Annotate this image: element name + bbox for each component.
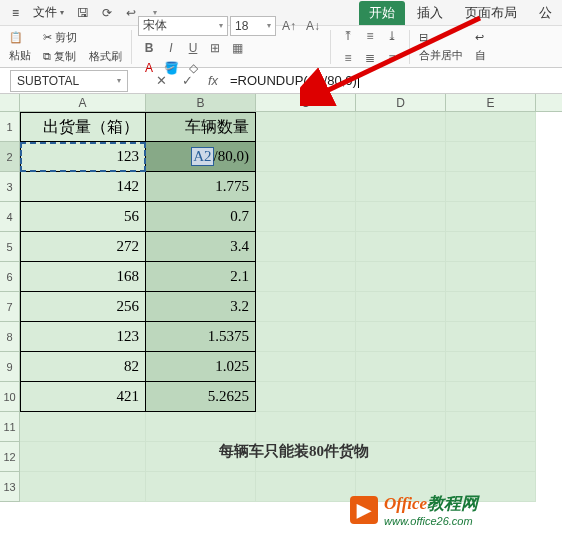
row-header[interactable]: 7 <box>0 292 20 322</box>
row-header[interactable]: 5 <box>0 232 20 262</box>
fx-icon[interactable]: fx <box>200 73 226 88</box>
cell[interactable]: 123 <box>20 322 146 352</box>
paste-button[interactable]: 📋 <box>6 30 34 45</box>
editing-cell[interactable]: A2/80,0) <box>146 142 256 172</box>
font-name-select[interactable]: 宋体▾ <box>138 16 228 36</box>
align-left-icon[interactable]: ≡ <box>337 48 359 68</box>
refresh-icon[interactable]: ⟳ <box>96 2 118 24</box>
font-size-select[interactable]: 18▾ <box>230 16 276 36</box>
bold-button[interactable]: B <box>138 38 160 58</box>
wrap-label: 自 <box>472 47 489 64</box>
row-header[interactable]: 4 <box>0 202 20 232</box>
cell-style-button[interactable]: ▦ <box>226 38 248 58</box>
formula-input[interactable]: =ROUNDUP(A2/80,0) <box>226 71 562 90</box>
col-header-B[interactable]: B <box>146 94 256 111</box>
cell[interactable]: 1.5375 <box>146 322 256 352</box>
cell[interactable] <box>356 112 446 142</box>
cut-button[interactable]: ✂ 剪切 <box>40 29 80 46</box>
row-header[interactable]: 2 <box>0 142 20 172</box>
name-box[interactable]: SUBTOTAL▾ <box>10 70 128 92</box>
align-right-icon[interactable]: ≡ <box>381 48 403 68</box>
cancel-formula-icon[interactable]: ✕ <box>148 73 174 88</box>
row-header[interactable]: 10 <box>0 382 20 412</box>
row-header[interactable]: 8 <box>0 322 20 352</box>
cell[interactable]: 272 <box>20 232 146 262</box>
tab-start[interactable]: 开始 <box>359 1 405 25</box>
decrease-font-icon[interactable]: A↓ <box>302 16 324 36</box>
cell[interactable]: 82 <box>20 352 146 382</box>
cell-A2[interactable]: 123 <box>20 142 146 172</box>
wrap-button[interactable]: ↩ <box>472 30 489 45</box>
formula-bar: SUBTOTAL▾ ✕ ✓ fx =ROUNDUP(A2/80,0) <box>0 68 562 94</box>
cell[interactable]: 5.2625 <box>146 382 256 412</box>
tab-insert[interactable]: 插入 <box>407 1 453 25</box>
col-header-E[interactable]: E <box>446 94 536 111</box>
cell[interactable]: 56 <box>20 202 146 232</box>
spreadsheet: A B C D E 1 出货量（箱） 车辆数量 2 123 A2/80,0) 3… <box>0 94 562 502</box>
watermark-icon: ▶ <box>350 496 378 524</box>
cell[interactable]: 142 <box>20 172 146 202</box>
cell[interactable] <box>256 142 356 172</box>
underline-button[interactable]: U <box>182 38 204 58</box>
merge-button[interactable]: ⊟ <box>416 30 466 45</box>
cell[interactable]: 3.2 <box>146 292 256 322</box>
column-headers: A B C D E <box>0 94 562 112</box>
row-header[interactable]: 6 <box>0 262 20 292</box>
tab-more[interactable]: 公 <box>529 1 562 25</box>
align-top-icon[interactable]: ⤒ <box>337 26 359 46</box>
cell[interactable]: 车辆数量 <box>146 112 256 142</box>
format-painter-button[interactable]: 格式刷 <box>86 48 125 65</box>
cell[interactable] <box>256 112 356 142</box>
ribbon: 📋 粘贴 ✂ 剪切 ⧉ 复制 格式刷 宋体▾ 18▾ A↑ A↓ B I U ⊞… <box>0 26 562 68</box>
border-button[interactable]: ⊞ <box>204 38 226 58</box>
file-menu[interactable]: 文件▾ <box>27 2 70 23</box>
cell[interactable]: 0.7 <box>146 202 256 232</box>
cell[interactable] <box>446 142 536 172</box>
note-text: 每辆车只能装80件货物 <box>164 442 424 461</box>
cell[interactable]: 1.025 <box>146 352 256 382</box>
row-header[interactable]: 11 <box>0 412 20 442</box>
watermark: ▶ Office教程网 www.office26.com <box>350 492 478 527</box>
select-all-corner[interactable] <box>0 94 20 111</box>
cell[interactable] <box>356 142 446 172</box>
cell[interactable]: 168 <box>20 262 146 292</box>
cell[interactable]: 出货量（箱） <box>20 112 146 142</box>
row-header[interactable]: 1 <box>0 112 20 142</box>
cell[interactable]: 421 <box>20 382 146 412</box>
italic-button[interactable]: I <box>160 38 182 58</box>
col-header-A[interactable]: A <box>20 94 146 111</box>
cell[interactable] <box>446 112 536 142</box>
save-icon[interactable]: 🖫 <box>72 2 94 24</box>
align-bot-icon[interactable]: ⤓ <box>381 26 403 46</box>
row-header[interactable]: 13 <box>0 472 20 502</box>
app-menu[interactable]: ≡ <box>6 4 25 22</box>
accept-formula-icon[interactable]: ✓ <box>174 73 200 88</box>
row-header[interactable]: 3 <box>0 172 20 202</box>
col-header-C[interactable]: C <box>256 94 356 111</box>
tab-layout[interactable]: 页面布局 <box>455 1 527 25</box>
col-header-D[interactable]: D <box>356 94 446 111</box>
cell[interactable]: 3.4 <box>146 232 256 262</box>
align-mid-icon[interactable]: ≡ <box>359 26 381 46</box>
cell[interactable]: 2.1 <box>146 262 256 292</box>
merge-label: 合并居中 <box>416 47 466 64</box>
row-header[interactable]: 9 <box>0 352 20 382</box>
paste-label: 粘贴 <box>6 47 34 64</box>
cell[interactable]: 1.775 <box>146 172 256 202</box>
align-center-icon[interactable]: ≣ <box>359 48 381 68</box>
copy-button[interactable]: ⧉ 复制 <box>40 48 80 65</box>
increase-font-icon[interactable]: A↑ <box>278 16 300 36</box>
cell[interactable]: 256 <box>20 292 146 322</box>
row-header[interactable]: 12 <box>0 442 20 472</box>
